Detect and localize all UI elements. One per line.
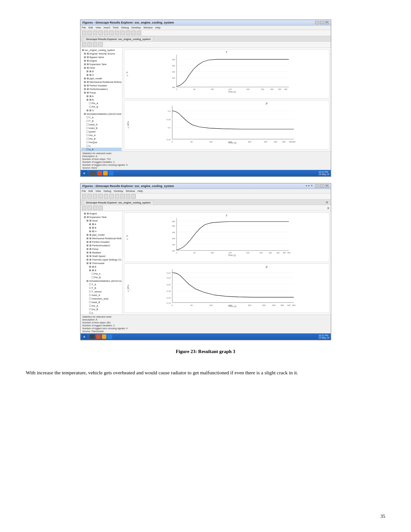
- sidebar2-rhoa[interactable]: ☐ rho_A: [81, 304, 122, 308]
- sidebar-item-mechanical[interactable]: ⊞ ⊞ Mechanical Rotational Reference: [81, 80, 122, 84]
- minimize-btn-1[interactable]: ─: [315, 21, 319, 24]
- sidebar2-hose[interactable]: ⊞ ⊞ Hose: [81, 219, 122, 222]
- tb-btn-1[interactable]: [82, 31, 86, 35]
- sidebar2-u[interactable]: ☐ u: [81, 311, 122, 314]
- sidebar-item-simstats[interactable]: ⊞ SimulationStatistics (ZeroCrossings): [81, 112, 122, 116]
- tb2-btn-7[interactable]: [115, 194, 119, 199]
- sidebar2-b3[interactable]: ⊞ ⊞ B: [81, 269, 122, 272]
- sidebar2-pipe[interactable]: ⊞ ⊞ pipe_model: [81, 233, 122, 237]
- sidebar2-expansion[interactable]: ⊞ ⊞ Expansion Tank: [81, 215, 122, 219]
- sidebar2-simstats[interactable]: ⊞ SimulationStatistics (ZeroCrossings): [81, 279, 122, 283]
- sidebar-item-rhob[interactable]: ☐ rho_B: [81, 137, 122, 141]
- sidebar-item-pipe[interactable]: ⊞ ⊞ pipe_model: [81, 77, 122, 80]
- menu-help-1[interactable]: Help: [155, 26, 160, 29]
- tb-btn-8[interactable]: [120, 31, 125, 35]
- menu-view-2[interactable]: View: [95, 190, 101, 192]
- tb2-btn-3[interactable]: [93, 194, 97, 199]
- float-controls-2[interactable]: ◄ ► ✕: [305, 184, 313, 188]
- sidebar2-shaft[interactable]: ⊞ ⊞ Shaft Speed: [81, 254, 122, 258]
- menu-debug-1[interactable]: Debug: [121, 26, 129, 29]
- tb2-btn-9[interactable]: [126, 194, 130, 199]
- sidebar-item-rhoque[interactable]: ☐ rhoQue: [81, 141, 122, 144]
- menu-desktop-1[interactable]: Desktop: [132, 26, 141, 29]
- win-controls-1[interactable]: ─ □ ✕: [315, 21, 329, 24]
- sidebar-item-expansion[interactable]: ⊞ ⊞ Expansion Tank: [81, 63, 122, 66]
- sidebar-item-b1[interactable]: ⊞ ⊞ B: [81, 70, 122, 73]
- close-btn-2[interactable]: ✕: [325, 184, 329, 188]
- sidebar2-mdota[interactable]: ☐ mdot_A: [81, 293, 122, 297]
- menu-view-1[interactable]: View: [95, 26, 101, 29]
- sidebar2-phib[interactable]: ☐ Phi_B: [81, 276, 122, 279]
- sidebar-item-s[interactable]: ⊞ ⊞ S: [81, 109, 122, 112]
- sidebar-item-pump[interactable]: ⊞ ⊞ Pump: [81, 91, 122, 94]
- taskbar-icon-3[interactable]: [103, 171, 108, 175]
- sidebar2-mechanical[interactable]: ⊞ ⊞ Mechanical Rotational Reference: [81, 237, 122, 240]
- sub-tb-2[interactable]: [87, 42, 92, 47]
- sidebar-item-perfect[interactable]: ⊞ ⊞ Perfect Insulator: [81, 84, 122, 87]
- tb2-btn-5[interactable]: [104, 194, 108, 199]
- sidebar-item-power[interactable]: ☐ power: [81, 130, 122, 133]
- tb-btn-10[interactable]: [131, 31, 136, 35]
- sidebar2-tb[interactable]: ☐ T_B: [81, 286, 122, 290]
- start-btn-2[interactable]: ⊞: [82, 334, 87, 339]
- tb-btn-3[interactable]: [93, 31, 97, 35]
- menu-edit-2[interactable]: Edit: [88, 190, 93, 192]
- taskbar-icon2-2[interactable]: [96, 334, 101, 339]
- menu-desktop-2[interactable]: Desktop: [114, 190, 123, 192]
- tb-btn-5[interactable]: [104, 31, 108, 35]
- tb2-btn-10[interactable]: [131, 194, 136, 199]
- tb2-btn-8[interactable]: [120, 194, 125, 199]
- sidebar2-perfect[interactable]: ⊞ ⊞ Perfect Insulator: [81, 240, 122, 244]
- sidebar-item-hose[interactable]: ⊞ ⊞ Hose: [81, 66, 122, 70]
- sidebar2-pump[interactable]: ⊞ ⊞ Pump: [81, 247, 122, 251]
- sidebar-item-mdota[interactable]: ☐ mdot_A: [81, 123, 122, 126]
- tb2-btn-1[interactable]: [82, 194, 86, 199]
- sub-tb2-3[interactable]: [93, 206, 97, 210]
- close-btn-1[interactable]: ✕: [325, 21, 329, 24]
- sidebar2-restriction[interactable]: ☐ restriction_area: [81, 297, 122, 300]
- tab-1[interactable]: Simscape Results Explorer: ssc_engine_co…: [83, 37, 154, 41]
- sidebar2-thermal[interactable]: ⊞ ⊞ Thermal Liquid Settings (TL): [81, 258, 122, 261]
- maximize-btn-1[interactable]: □: [320, 21, 324, 24]
- tb-btn-6[interactable]: [109, 31, 114, 35]
- sub-tb2-4[interactable]: [98, 206, 103, 210]
- menu-window-1[interactable]: Window: [143, 26, 152, 29]
- sidebar2-ta[interactable]: ☐ T_A: [81, 283, 122, 286]
- sidebar-item-tb[interactable]: ☐ T_B: [81, 119, 122, 123]
- sidebar2-mdotb[interactable]: ☐ mdot_B: [81, 300, 122, 304]
- taskbar-icon2-3[interactable]: [102, 334, 106, 339]
- sidebar2-perfect1[interactable]: ⊞ ⊞ PerfectInsulator1: [81, 244, 122, 247]
- menu-edit-1[interactable]: Edit: [88, 26, 93, 29]
- tb2-btn-4[interactable]: [98, 194, 103, 199]
- taskbar-icon2-1[interactable]: [90, 334, 95, 339]
- tb-btn-7[interactable]: [115, 31, 119, 35]
- sidebar-item-u[interactable]: ☐ u: [81, 144, 122, 148]
- sidebar2-rhob[interactable]: ☐ rho_B: [81, 308, 122, 311]
- menu-window-2[interactable]: Window: [126, 190, 135, 192]
- sub-tb-4[interactable]: [98, 42, 103, 47]
- tb2-btn-2[interactable]: [87, 194, 92, 199]
- minimize-btn-2[interactable]: ─: [315, 184, 319, 188]
- start-btn-1[interactable]: ⊞: [82, 171, 87, 176]
- sidebar-item-phia[interactable]: ☐ Phi_A: [81, 102, 122, 105]
- menu-insert-1[interactable]: Insert: [103, 26, 110, 29]
- sidebar2-thermostat[interactable]: ⊞ ⊞ Thermostat: [81, 261, 122, 265]
- menu-file-2[interactable]: File: [82, 190, 86, 192]
- sub-tb2-1[interactable]: [82, 206, 86, 210]
- maximize-btn-2[interactable]: □: [320, 184, 324, 188]
- tb2-btn-6[interactable]: [109, 194, 114, 199]
- tab-2[interactable]: Simscape Results Explorer: ssc_engine_co…: [83, 200, 154, 205]
- sidebar-item-perfect1[interactable]: ⊞ ⊞ PerfectInsulator1: [81, 87, 122, 91]
- menu-help-2[interactable]: Help: [138, 190, 143, 192]
- sidebar-item-rhoa[interactable]: ☐ rho_A: [81, 133, 122, 137]
- sub-tb-1[interactable]: [82, 42, 86, 47]
- menu-file-1[interactable]: File: [82, 26, 86, 29]
- menu-debug-2[interactable]: Debug: [103, 190, 111, 192]
- sub-tb-3[interactable]: [93, 42, 97, 47]
- tb-btn-11[interactable]: [137, 31, 141, 35]
- sidebar-item-mdotb[interactable]: ☐ mdot_B: [81, 126, 122, 130]
- sidebar-item-ta[interactable]: ☐ T_A: [81, 116, 122, 119]
- taskbar-icon2-4[interactable]: [108, 334, 112, 339]
- sidebar-item-bypass[interactable]: ⊞ ⊞ Bypass Valve: [81, 55, 122, 59]
- sidebar2-phih[interactable]: ☐ Phi_h: [81, 272, 122, 276]
